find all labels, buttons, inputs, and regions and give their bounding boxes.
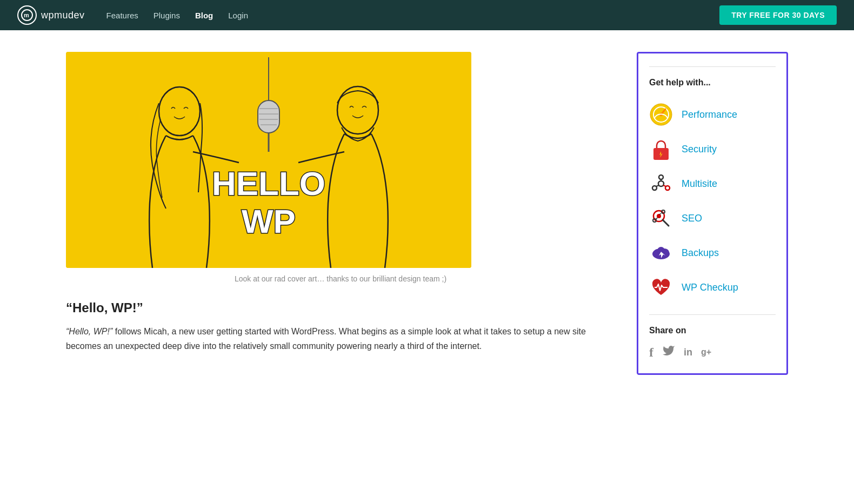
sidebar-link-multisite[interactable]: Multisite xyxy=(649,167,776,200)
security-icon xyxy=(649,137,673,161)
article-body-intro: “Hello, WP!” xyxy=(66,327,112,336)
nav-logo[interactable]: m wpmudev xyxy=(17,5,85,25)
wpcheckup-icon xyxy=(649,275,673,299)
svg-point-21 xyxy=(665,186,670,190)
seo-label: SEO xyxy=(682,213,702,224)
svg-rect-6 xyxy=(258,100,279,133)
logo-text: wpmudev xyxy=(41,10,85,21)
security-label: Security xyxy=(682,144,717,155)
nav-link-plugins[interactable]: Plugins xyxy=(154,11,180,20)
image-caption: Look at our rad cover art… thanks to our… xyxy=(66,274,615,283)
svg-text:m: m xyxy=(24,12,29,18)
nav-link-login[interactable]: Login xyxy=(228,11,248,20)
sidebar-link-wpcheckup[interactable]: WP Checkup xyxy=(649,271,776,304)
sidebar-box: Get help with... Performanc xyxy=(637,52,788,375)
svg-point-19 xyxy=(658,181,664,186)
backups-label: Backups xyxy=(682,247,719,259)
sidebar-link-backups[interactable]: Backups xyxy=(649,237,776,269)
share-googleplus[interactable]: g+ xyxy=(701,347,711,357)
svg-line-24 xyxy=(656,185,659,186)
performance-icon xyxy=(649,103,673,126)
share-facebook[interactable]: f xyxy=(649,345,653,360)
wpcheckup-label: WP Checkup xyxy=(682,282,738,293)
multisite-label: Multisite xyxy=(682,178,717,190)
page-container: HELLO WP Look at our rad cover art… than… xyxy=(49,30,805,397)
svg-line-31 xyxy=(656,218,657,219)
main-content: HELLO WP Look at our rad cover art… than… xyxy=(66,52,615,375)
share-linkedin[interactable]: in xyxy=(684,347,692,358)
svg-text:HELLO: HELLO xyxy=(212,165,325,202)
svg-point-30 xyxy=(662,210,665,213)
nav-link-features[interactable]: Features xyxy=(106,11,138,20)
seo-icon xyxy=(649,206,673,230)
svg-point-22 xyxy=(659,175,663,179)
share-title: Share on xyxy=(649,326,776,335)
share-icons: f in g+ xyxy=(649,344,776,360)
svg-text:WP: WP xyxy=(242,203,296,240)
svg-line-28 xyxy=(663,220,669,226)
top-divider xyxy=(649,66,776,67)
help-section-title: Get help with... xyxy=(649,78,776,88)
article-title: “Hello, WP!” xyxy=(66,300,615,315)
nav-links: Features Plugins Blog Login xyxy=(106,11,248,20)
logo-icon: m xyxy=(17,5,37,25)
svg-point-20 xyxy=(652,186,657,190)
sidebar-links: Performance Security xyxy=(649,98,776,304)
multisite-icon xyxy=(649,172,673,196)
svg-point-29 xyxy=(653,219,656,222)
main-nav: m wpmudev Features Plugins Blog Login TR… xyxy=(0,0,854,30)
backups-icon xyxy=(649,241,673,265)
nav-link-blog[interactable]: Blog xyxy=(195,11,213,20)
hero-image: HELLO WP xyxy=(66,52,471,268)
svg-line-25 xyxy=(663,185,666,186)
svg-point-27 xyxy=(657,214,661,218)
svg-line-32 xyxy=(659,213,661,214)
article-body: “Hello, WP!” follows Micah, a new user g… xyxy=(66,324,615,353)
sidebar-link-security[interactable]: Security xyxy=(649,133,776,165)
try-free-button[interactable]: TRY FREE FOR 30 DAYS xyxy=(719,5,837,25)
share-twitter[interactable] xyxy=(662,344,675,360)
performance-label: Performance xyxy=(682,109,737,120)
sidebar-link-seo[interactable]: SEO xyxy=(649,202,776,234)
bottom-divider xyxy=(649,314,776,315)
sidebar: Get help with... Performanc xyxy=(637,52,788,375)
article-body-text: follows Micah, a new user getting starte… xyxy=(66,327,586,351)
sidebar-link-performance[interactable]: Performance xyxy=(649,98,776,131)
